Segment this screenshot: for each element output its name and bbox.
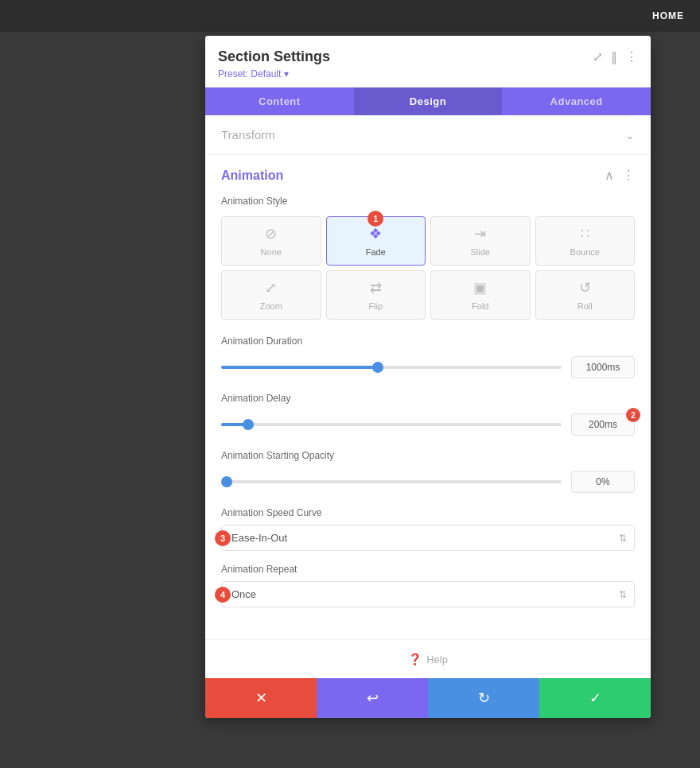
- delay-track[interactable]: [221, 423, 562, 426]
- animation-header: Animation ∧ ⋮: [221, 168, 635, 183]
- animation-more-icon[interactable]: ⋮: [622, 168, 635, 183]
- style-zoom[interactable]: ⤢ Zoom: [221, 270, 321, 320]
- repeat-badge: 4: [215, 587, 231, 603]
- duration-track[interactable]: [221, 366, 562, 369]
- repeat-wrapper: 4 Once Loop Bounce-Loop ⇅: [221, 581, 635, 607]
- roll-icon: ↺: [579, 279, 591, 297]
- animation-style-label: Animation Style: [221, 196, 635, 207]
- fold-icon: ▣: [473, 279, 487, 297]
- speed-curve-label: Animation Speed Curve: [221, 507, 635, 518]
- style-roll[interactable]: ↺ Roll: [535, 270, 636, 320]
- help-icon: ❓: [408, 653, 422, 665]
- duration-fill: [221, 366, 378, 369]
- tab-design[interactable]: Design: [354, 87, 503, 115]
- repeat-select[interactable]: Once Loop Bounce-Loop: [221, 581, 635, 607]
- animation-repeat-field: Animation Repeat 4 Once Loop Bounce-Loop…: [221, 564, 635, 607]
- more-icon[interactable]: ⋮: [625, 49, 638, 64]
- home-label: HOME: [652, 10, 684, 21]
- style-bounce[interactable]: ∷ Bounce: [535, 216, 636, 266]
- delay-thumb[interactable]: [243, 419, 254, 430]
- panel-body: Transform ⌄ Animation ∧ ⋮ Animation Styl…: [205, 115, 651, 678]
- animation-section: Animation ∧ ⋮ Animation Style ⊘ None 1 ❖: [205, 155, 651, 633]
- duration-thumb[interactable]: [372, 362, 383, 373]
- flip-icon: ⇄: [370, 279, 382, 297]
- delay-label: Animation Delay: [221, 393, 635, 404]
- transform-arrow: ⌄: [625, 129, 635, 142]
- preset-label[interactable]: Preset: Default ▾: [218, 68, 638, 80]
- tab-advanced[interactable]: Advanced: [502, 87, 651, 115]
- cancel-button[interactable]: ✕: [205, 678, 317, 718]
- delay-slider-row: 200ms 2: [221, 413, 635, 436]
- animation-style-grid: ⊘ None 1 ❖ Fade ⇥ Slide ∷ Bounce: [221, 216, 635, 320]
- duration-value[interactable]: 1000ms: [571, 356, 635, 378]
- bounce-icon: ∷: [581, 225, 589, 242]
- panel-header-icons: ⤢ ‖ ⋮: [593, 49, 638, 64]
- panel-header: Section Settings ⤢ ‖ ⋮ Preset: Default ▾: [205, 36, 651, 80]
- columns-icon[interactable]: ‖: [611, 49, 617, 64]
- top-bar: HOME: [0, 0, 700, 32]
- opacity-value[interactable]: 0%: [571, 471, 635, 493]
- speed-curve-field: Animation Speed Curve 3 Ease-In-Out Line…: [221, 507, 635, 551]
- section-settings-panel: Section Settings ⤢ ‖ ⋮ Preset: Default ▾…: [205, 36, 651, 718]
- fold-label: Fold: [472, 301, 488, 311]
- style-none[interactable]: ⊘ None: [221, 216, 321, 266]
- opacity-track[interactable]: [221, 480, 562, 483]
- animation-repeat-label: Animation Repeat: [221, 564, 635, 575]
- expand-icon[interactable]: ⤢: [593, 49, 603, 64]
- duration-label: Animation Duration: [221, 336, 635, 347]
- opacity-label: Animation Starting Opacity: [221, 450, 635, 461]
- bounce-label: Bounce: [570, 247, 600, 257]
- save-button[interactable]: ✓: [539, 678, 651, 718]
- opacity-thumb[interactable]: [221, 476, 232, 487]
- style-fold[interactable]: ▣ Fold: [430, 270, 531, 320]
- transform-title: Transform: [221, 128, 275, 142]
- flip-label: Flip: [368, 301, 383, 311]
- undo-button[interactable]: ↩: [317, 678, 428, 718]
- animation-duration-field: Animation Duration 1000ms: [221, 336, 635, 378]
- delay-badge: 2: [626, 408, 640, 422]
- help-row: ❓ Help: [205, 639, 651, 678]
- slide-label: Slide: [471, 247, 490, 257]
- style-fade[interactable]: 1 ❖ Fade: [326, 216, 426, 266]
- delay-value[interactable]: 200ms 2: [571, 413, 635, 436]
- fade-label: Fade: [366, 247, 386, 257]
- redo-button[interactable]: ↻: [428, 678, 539, 718]
- animation-delay-field: Animation Delay 200ms 2: [221, 393, 635, 436]
- none-label: None: [261, 247, 282, 257]
- collapse-icon[interactable]: ∧: [605, 168, 614, 183]
- slide-icon: ⇥: [474, 225, 486, 242]
- fade-badge: 1: [368, 211, 383, 227]
- animation-opacity-field: Animation Starting Opacity 0%: [221, 450, 635, 493]
- panel-title-row: Section Settings ⤢ ‖ ⋮: [218, 48, 638, 65]
- tab-content[interactable]: Content: [205, 87, 354, 115]
- footer-bar: ✕ ↩ ↻ ✓: [205, 678, 651, 718]
- zoom-icon: ⤢: [265, 279, 277, 297]
- speed-curve-badge: 3: [215, 530, 231, 546]
- tabs-bar: Content Design Advanced: [205, 87, 651, 115]
- style-flip[interactable]: ⇄ Flip: [326, 270, 426, 320]
- none-icon: ⊘: [265, 225, 277, 242]
- speed-curve-wrapper: 3 Ease-In-Out Linear Ease-In Ease-Out Ea…: [221, 525, 635, 551]
- help-label[interactable]: Help: [426, 654, 448, 665]
- zoom-label: Zoom: [260, 301, 282, 311]
- animation-header-icons: ∧ ⋮: [605, 168, 635, 183]
- speed-curve-select[interactable]: Ease-In-Out Linear Ease-In Ease-Out Ease…: [221, 525, 635, 551]
- panel-title: Section Settings: [218, 48, 330, 65]
- duration-slider-row: 1000ms: [221, 356, 635, 378]
- animation-title: Animation: [221, 169, 283, 183]
- fade-icon: ❖: [369, 225, 382, 242]
- transform-section[interactable]: Transform ⌄: [205, 115, 651, 155]
- opacity-slider-row: 0%: [221, 471, 635, 493]
- roll-label: Roll: [578, 301, 593, 311]
- style-slide[interactable]: ⇥ Slide: [430, 216, 531, 266]
